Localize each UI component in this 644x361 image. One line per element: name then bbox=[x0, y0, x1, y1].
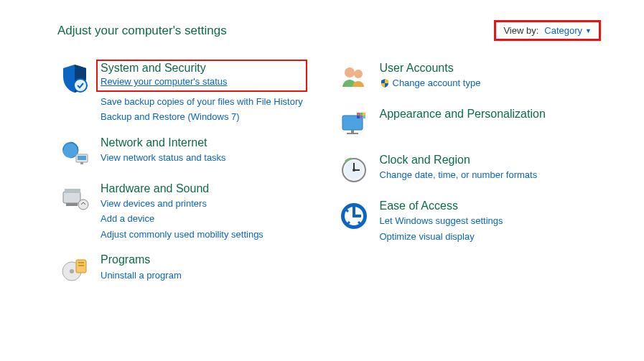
right-column: User Accounts Change account type bbox=[337, 61, 602, 299]
svg-rect-3 bbox=[78, 156, 86, 160]
svg-rect-18 bbox=[347, 133, 358, 134]
programs-icon bbox=[57, 253, 92, 287]
svg-rect-6 bbox=[65, 189, 80, 193]
svg-rect-7 bbox=[66, 203, 78, 206]
category-hardware-sound: Hardware and Sound View devices and prin… bbox=[57, 182, 322, 242]
users-icon bbox=[337, 61, 371, 95]
shield-icon bbox=[57, 61, 92, 95]
link-network-status[interactable]: View network status and tasks bbox=[101, 151, 226, 165]
clock-icon bbox=[337, 153, 371, 187]
category-title-clock[interactable]: Clock and Region bbox=[380, 153, 538, 167]
link-change-account-type-text: Change account type bbox=[393, 76, 481, 90]
uac-shield-icon bbox=[380, 78, 390, 88]
category-title-ease[interactable]: Ease of Access bbox=[380, 199, 503, 212]
view-by-label: View by: bbox=[503, 25, 538, 36]
category-title-appearance[interactable]: Appearance and Personalization bbox=[380, 107, 546, 121]
hardware-icon bbox=[57, 182, 92, 216]
svg-point-10 bbox=[70, 269, 74, 273]
category-system-security: System and Security Review your computer… bbox=[57, 61, 322, 124]
category-clock-region: Clock and Region Change date, time, or n… bbox=[337, 153, 602, 187]
appearance-icon bbox=[337, 107, 371, 141]
svg-point-0 bbox=[74, 79, 87, 92]
svg-rect-4 bbox=[80, 162, 83, 164]
link-file-history[interactable]: Save backup copies of your files with Fi… bbox=[101, 95, 303, 109]
ease-of-access-icon bbox=[337, 199, 371, 233]
svg-rect-12 bbox=[78, 262, 84, 263]
system-security-highlight-box: System and Security Review your computer… bbox=[96, 60, 307, 92]
category-appearance: Appearance and Personalization bbox=[337, 107, 602, 141]
chevron-down-icon: ▼ bbox=[585, 27, 592, 34]
category-programs: Programs Uninstall a program bbox=[57, 253, 322, 287]
link-devices-printers[interactable]: View devices and printers bbox=[101, 197, 263, 211]
svg-rect-13 bbox=[78, 265, 84, 266]
view-by-value-text: Category bbox=[544, 25, 582, 36]
left-column: System and Security Review your computer… bbox=[57, 61, 322, 299]
category-ease-of-access: Ease of Access Let Windows suggest setti… bbox=[337, 199, 602, 243]
svg-point-8 bbox=[78, 200, 88, 210]
link-review-status[interactable]: Review your computer's status bbox=[101, 75, 303, 89]
view-by-highlight-box: View by: Category ▼ bbox=[494, 20, 601, 41]
svg-point-14 bbox=[345, 67, 355, 78]
svg-rect-17 bbox=[351, 130, 354, 133]
svg-rect-22 bbox=[357, 116, 360, 118]
link-uninstall-program[interactable]: Uninstall a program bbox=[101, 268, 182, 283]
link-backup-restore[interactable]: Backup and Restore (Windows 7) bbox=[101, 110, 303, 124]
svg-point-15 bbox=[354, 70, 363, 78]
category-title-user-accounts[interactable]: User Accounts bbox=[380, 61, 481, 75]
category-title-network[interactable]: Network and Internet bbox=[101, 136, 226, 149]
link-change-date-time[interactable]: Change date, time, or number formats bbox=[380, 168, 538, 182]
svg-rect-23 bbox=[360, 116, 363, 118]
svg-rect-19 bbox=[357, 113, 360, 116]
category-title-programs[interactable]: Programs bbox=[101, 253, 182, 266]
link-windows-suggest[interactable]: Let Windows suggest settings bbox=[380, 214, 503, 228]
link-optimize-display[interactable]: Optimize visual display bbox=[380, 230, 503, 244]
network-icon bbox=[57, 136, 92, 170]
svg-rect-20 bbox=[360, 113, 363, 116]
category-network-internet: Network and Internet View network status… bbox=[57, 136, 322, 170]
link-change-account-type[interactable]: Change account type bbox=[380, 76, 481, 90]
category-user-accounts: User Accounts Change account type bbox=[337, 61, 602, 95]
svg-rect-5 bbox=[63, 192, 80, 203]
svg-point-29 bbox=[353, 169, 355, 172]
link-mobility-settings[interactable]: Adjust commonly used mobility settings bbox=[101, 228, 263, 242]
category-title-system-security[interactable]: System and Security bbox=[101, 61, 303, 75]
link-add-device[interactable]: Add a device bbox=[101, 212, 263, 226]
category-title-hardware[interactable]: Hardware and Sound bbox=[101, 182, 263, 195]
svg-rect-24 bbox=[363, 116, 365, 118]
svg-rect-21 bbox=[363, 113, 365, 116]
page-title: Adjust your computer's settings bbox=[57, 24, 227, 38]
view-by-dropdown[interactable]: Category ▼ bbox=[544, 25, 592, 36]
